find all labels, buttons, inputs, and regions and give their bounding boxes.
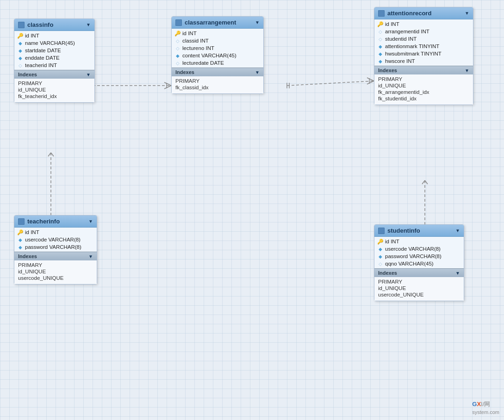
index-row: PRIMARY — [378, 76, 469, 82]
classarrangement-fields: 🔑 id INT ◇ classid INT ◇ lectureno INT ◆… — [172, 29, 263, 68]
field-text: id INT — [25, 229, 39, 235]
field-text: studentid INT — [385, 36, 417, 42]
classarrangement-arrow: ▼ — [255, 20, 260, 25]
index-row: id_UNIQUE — [18, 268, 93, 275]
field-row: 🔑 id INT — [172, 30, 263, 37]
svg-line-14 — [51, 153, 54, 156]
index-row: PRIMARY — [378, 278, 460, 285]
index-row: id_UNIQUE — [378, 285, 460, 291]
key-icon: 🔑 — [378, 22, 383, 26]
field-row: ◇ lectureno INT — [172, 44, 263, 52]
diamond-empty-icon: ◇ — [175, 38, 180, 43]
classinfo-table: classinfo ▼ 🔑 id INT ◆ name VARCHAR(45) … — [14, 19, 95, 103]
diamond-icon: ◆ — [175, 53, 180, 58]
index-row: id_UNIQUE — [378, 82, 469, 89]
classinfo-fields: 🔑 id INT ◆ name VARCHAR(45) ◆ startdate … — [14, 31, 94, 70]
field-row: ◆ password VARCHAR(8) — [374, 253, 464, 260]
indexes-label: Indexes — [18, 72, 37, 77]
field-row: 🔑 id INT — [14, 229, 97, 236]
field-row: ◇ studentid INT — [374, 35, 473, 43]
field-text: password VARCHAR(8) — [385, 253, 442, 259]
diamond-empty-icon: ◇ — [175, 61, 180, 65]
attentionrecord-fields: 🔑 id INT ◇ arrangementid INT ◇ studentid… — [374, 19, 473, 66]
field-row: ◆ enddate DATE — [14, 54, 94, 62]
attentionrecord-name: attentionrecord — [387, 10, 462, 17]
svg-line-3 — [164, 82, 171, 86]
studentinfo-name: studentinfo — [387, 227, 453, 234]
field-row: ◆ usercode VARCHAR(8) — [374, 245, 464, 253]
studentinfo-header[interactable]: studentinfo ▼ — [374, 225, 464, 237]
key-icon: 🔑 — [378, 239, 383, 244]
field-text: enddate DATE — [25, 55, 60, 61]
field-row: ◆ name VARCHAR(45) — [14, 39, 94, 47]
classarrangement-header[interactable]: classarrangement ▼ — [172, 17, 263, 29]
table-icon — [18, 218, 25, 225]
svg-line-13 — [48, 153, 51, 156]
teacherinfo-arrow: ▼ — [88, 219, 93, 224]
field-text: content VARCHAR(45) — [182, 53, 236, 58]
index-row: fk_classid_idx — [175, 84, 260, 91]
index-row: PRIMARY — [18, 80, 91, 86]
diamond-empty-icon: ◇ — [378, 29, 383, 34]
svg-line-10 — [367, 81, 374, 84]
field-text: hwscore INT — [385, 58, 415, 64]
diamond-icon: ◆ — [18, 245, 23, 249]
indexes-arrow: ▼ — [465, 68, 469, 73]
classinfo-header[interactable]: classinfo ▼ — [14, 19, 94, 31]
classinfo-indexes-body: PRIMARY id_UNIQUE fk_teacherid_idx — [14, 79, 94, 102]
field-text: lectureno INT — [182, 45, 214, 51]
field-text: classid INT — [182, 38, 209, 43]
field-row: ◆ attentionmark TINYINT — [374, 43, 473, 50]
svg-line-6 — [287, 81, 374, 86]
diamond-icon: ◆ — [18, 41, 23, 45]
field-row: ◇ lecturedate DATE — [172, 59, 263, 67]
field-row: ◆ usercode VARCHAR(8) — [14, 236, 97, 243]
table-icon — [378, 228, 385, 234]
studentinfo-arrow: ▼ — [455, 228, 460, 233]
attentionrecord-indexes-header[interactable]: Indexes ▼ — [374, 66, 473, 74]
classarrangement-table: classarrangement ▼ 🔑 id INT ◇ classid IN… — [171, 16, 264, 94]
field-row: ◆ hwscore INT — [374, 57, 473, 65]
diamond-icon: ◆ — [18, 48, 23, 53]
field-row: ◆ content VARCHAR(45) — [172, 52, 263, 59]
teacherinfo-table: teacherinfo ▼ 🔑 id INT ◆ usercode VARCHA… — [14, 215, 97, 284]
field-text: hwsubmitmark TINYINT — [385, 51, 442, 56]
field-text: id INT — [25, 33, 39, 38]
svg-line-19 — [425, 180, 428, 184]
field-row: 🔑 id INT — [14, 32, 94, 39]
key-icon: 🔑 — [175, 31, 180, 36]
attentionrecord-table: attentionrecord ▼ 🔑 id INT ◇ arrangement… — [374, 7, 473, 105]
field-text: teacherid INT — [25, 62, 57, 68]
index-row: PRIMARY — [175, 78, 260, 84]
indexes-label: Indexes — [175, 69, 194, 75]
classinfo-indexes-header[interactable]: Indexes ▼ — [14, 70, 94, 79]
field-row: ◇ qqno VARCHAR(45) — [374, 260, 464, 267]
index-row: usercode_UNIQUE — [378, 291, 460, 298]
classarrangement-indexes-header[interactable]: Indexes ▼ — [172, 68, 263, 76]
indexes-arrow: ▼ — [86, 72, 91, 77]
index-row: usercode_UNIQUE — [18, 275, 93, 281]
teacherinfo-indexes-header[interactable]: Indexes ▼ — [14, 252, 97, 260]
diamond-icon: ◆ — [378, 254, 383, 259]
attentionrecord-arrow: ▼ — [465, 11, 469, 16]
field-row: 🔑 id INT — [374, 20, 473, 28]
studentinfo-indexes-header[interactable]: Indexes ▼ — [374, 268, 464, 277]
svg-line-18 — [422, 180, 425, 184]
table-icon — [18, 22, 25, 28]
attentionrecord-header[interactable]: attentionrecord ▼ — [374, 7, 473, 19]
field-row: ◇ arrangementid INT — [374, 28, 473, 35]
field-text: usercode VARCHAR(8) — [385, 246, 441, 252]
teacherinfo-header[interactable]: teacherinfo ▼ — [14, 216, 97, 228]
diamond-icon: ◆ — [378, 51, 383, 56]
key-icon: 🔑 — [18, 230, 23, 235]
field-text: usercode VARCHAR(8) — [25, 237, 81, 242]
field-row: ◇ classid INT — [172, 37, 263, 44]
field-row: ◆ password VARCHAR(8) — [14, 243, 97, 251]
watermark: GXI/网 system.com — [472, 400, 499, 415]
svg-line-4 — [164, 86, 171, 89]
diamond-icon: ◆ — [378, 44, 383, 49]
diamond-icon: ◆ — [18, 237, 23, 242]
key-icon: 🔑 — [18, 33, 23, 38]
diamond-empty-icon: ◇ — [18, 63, 23, 68]
diamond-empty-icon: ◇ — [175, 46, 180, 50]
